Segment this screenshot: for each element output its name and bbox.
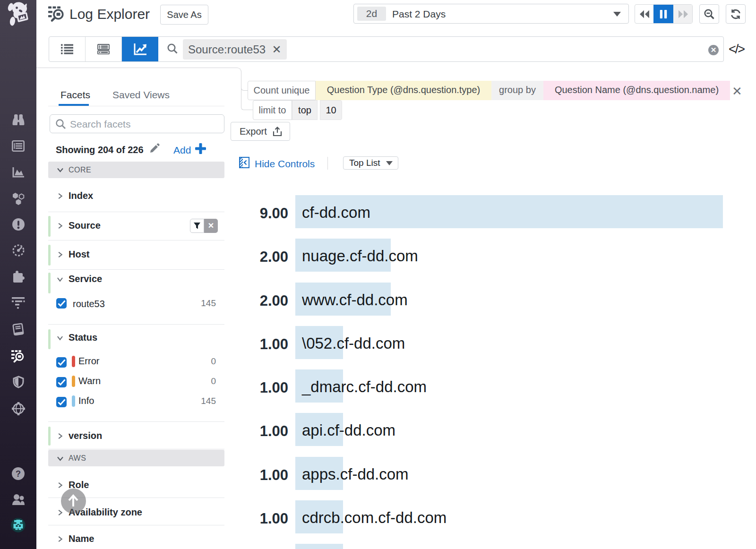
- svg-text:?: ?: [16, 469, 21, 479]
